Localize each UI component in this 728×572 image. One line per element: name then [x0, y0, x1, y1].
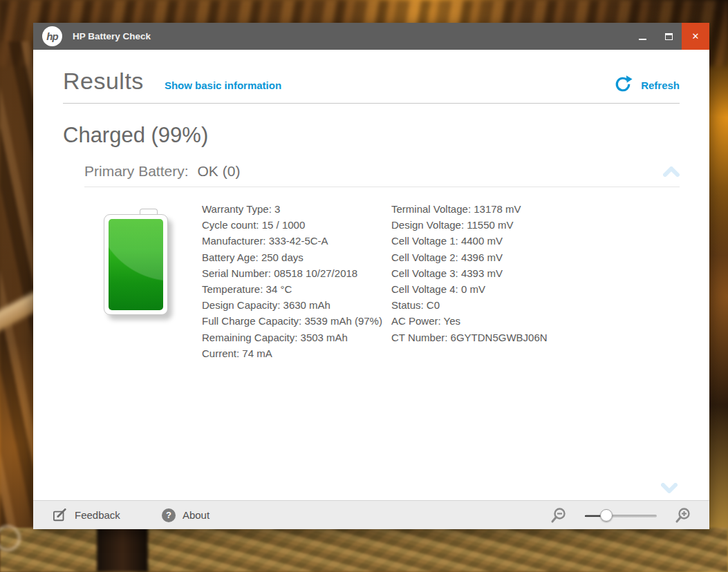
window-title: HP Battery Check: [73, 31, 151, 41]
window-titlebar[interactable]: hp HP Battery Check ✕: [33, 23, 709, 50]
detail-line: Design Capacity: 3630 mAh: [202, 297, 391, 313]
close-icon: ✕: [692, 31, 700, 41]
results-header-row: Results Show basic information Refresh: [63, 68, 680, 95]
detail-line: Terminal Voltage: 13178 mV: [391, 201, 619, 217]
charge-status-heading: Charged (99%): [63, 123, 680, 148]
detail-line: Cell Voltage 1: 4400 mV: [391, 233, 619, 249]
feedback-button[interactable]: Feedback: [53, 508, 120, 522]
minimize-button[interactable]: [629, 23, 655, 50]
primary-battery-label: Primary Battery:: [84, 163, 189, 180]
hp-battery-check-window: hp HP Battery Check ✕ Results Show basic…: [33, 23, 709, 529]
about-button[interactable]: ? About: [162, 508, 209, 522]
footer-toolbar: Feedback ? About: [33, 500, 709, 529]
battery-charge-icon: [104, 214, 168, 315]
chevron-down-icon: [661, 483, 678, 493]
about-glyph: ?: [166, 510, 171, 520]
scroll-down-button[interactable]: [661, 483, 678, 493]
detail-line: Manufacturer: 333-42-5C-A: [202, 233, 391, 249]
close-button[interactable]: ✕: [682, 23, 709, 50]
results-panel: Results Show basic information Refresh C…: [33, 50, 709, 500]
battery-details: Warranty Type: 3 Cycle count: 15 / 1000 …: [63, 201, 680, 361]
hp-logo-text: hp: [46, 30, 57, 42]
maximize-icon: [665, 33, 673, 40]
detail-line: Current: 74 mA: [202, 345, 391, 361]
details-column-right: Terminal Voltage: 13178 mV Design Voltag…: [391, 201, 619, 345]
chevron-up-icon: [663, 166, 680, 177]
hp-logo: hp: [42, 26, 62, 46]
zoom-slider[interactable]: [585, 509, 657, 522]
zoom-out-button[interactable]: [550, 507, 567, 524]
page-title: Results: [63, 68, 144, 95]
detail-line: Design Voltage: 11550 mV: [391, 217, 619, 233]
refresh-icon: [613, 74, 633, 96]
about-label: About: [183, 509, 209, 521]
collapse-section-button[interactable]: [663, 166, 680, 177]
detail-line: Full Charge Capacity: 3539 mAh (97%): [202, 313, 391, 329]
detail-line: Cell Voltage 2: 4396 mV: [391, 249, 619, 265]
detail-line: Status: C0: [391, 297, 619, 313]
maximize-button[interactable]: [655, 23, 682, 50]
details-column-left: Warranty Type: 3 Cycle count: 15 / 1000 …: [202, 201, 391, 361]
zoom-controls: [550, 507, 691, 524]
zoom-in-button[interactable]: [675, 507, 691, 524]
battery-fill-green: [109, 219, 163, 310]
minimize-icon: [639, 39, 646, 40]
feedback-pencil-icon: [53, 508, 68, 522]
detail-line: Cell Voltage 3: 4393 mV: [391, 265, 619, 281]
zoom-slider-thumb[interactable]: [600, 509, 613, 522]
zoom-out-icon: [550, 507, 567, 524]
primary-battery-section-header: Primary Battery: OK (0): [84, 163, 680, 187]
window-controls: ✕: [629, 23, 709, 50]
detail-line: Cell Voltage 4: 0 mV: [391, 281, 619, 297]
detail-line: AC Power: Yes: [391, 313, 619, 329]
detail-line: Warranty Type: 3: [202, 201, 391, 217]
battery-body: [104, 214, 168, 315]
feedback-label: Feedback: [75, 509, 120, 521]
detail-line: Cycle count: 15 / 1000: [202, 217, 391, 233]
detail-line: Battery Age: 250 days: [202, 249, 391, 265]
primary-battery-status: OK (0): [198, 163, 241, 180]
zoom-in-icon: [675, 507, 691, 524]
header-divider: [63, 103, 680, 104]
refresh-button[interactable]: Refresh: [613, 74, 680, 96]
show-basic-information-link[interactable]: Show basic information: [165, 79, 281, 91]
refresh-label: Refresh: [641, 79, 680, 91]
detail-line: Remaining Capacity: 3503 mAh: [202, 330, 391, 345]
detail-line: Temperature: 34 °C: [202, 281, 391, 297]
detail-line: Serial Number: 08518 10/27/2018: [202, 265, 391, 281]
background-tree-trunk: [97, 526, 148, 572]
question-mark-icon: ?: [162, 508, 176, 522]
detail-line: CT Number: 6GYTDN5GWBJ06N: [391, 330, 619, 345]
